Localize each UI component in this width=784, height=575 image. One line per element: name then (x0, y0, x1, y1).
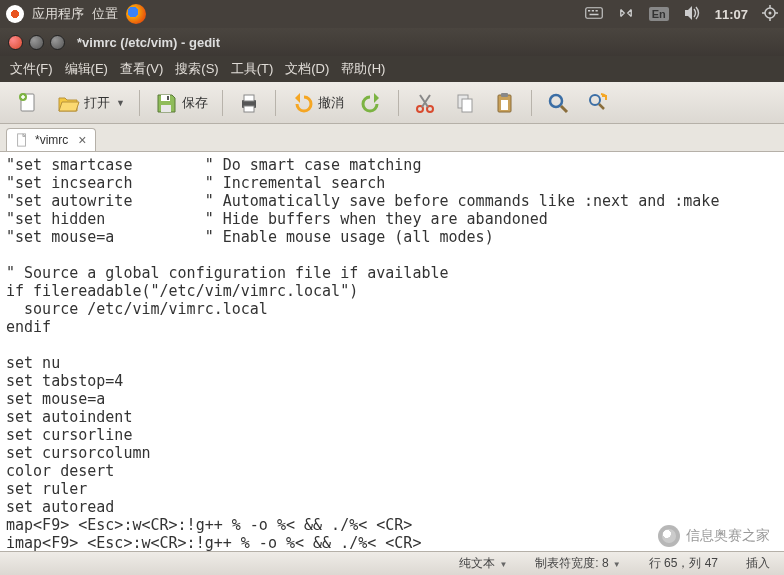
undo-button-label: 撤消 (318, 94, 344, 112)
svg-rect-25 (501, 100, 508, 110)
svg-rect-14 (161, 105, 171, 112)
firefox-icon[interactable] (126, 4, 146, 24)
status-insert-mode[interactable]: 插入 (746, 555, 770, 572)
svg-rect-0 (585, 7, 602, 18)
svg-point-6 (769, 11, 772, 14)
editor-textarea[interactable]: "set smartcase " Do smart case matching … (0, 152, 784, 552)
tab-vimrc[interactable]: *vimrc × (6, 128, 96, 151)
save-button[interactable]: 保存 (148, 88, 214, 118)
watermark-icon (658, 525, 680, 547)
window-close-button[interactable] (8, 35, 23, 50)
svg-rect-17 (244, 95, 254, 101)
window-maximize-button[interactable] (50, 35, 65, 50)
menu-documents[interactable]: 文档(D) (285, 60, 329, 78)
open-dropdown-icon[interactable]: ▼ (116, 98, 125, 108)
menu-view[interactable]: 查看(V) (120, 60, 163, 78)
watermark: 信息奥赛之家 (658, 525, 770, 547)
paste-button[interactable] (487, 88, 523, 118)
cut-button[interactable] (407, 88, 443, 118)
volume-indicator-icon[interactable] (683, 5, 701, 24)
find-replace-button[interactable] (580, 88, 616, 118)
ubuntu-logo-icon[interactable] (6, 5, 24, 23)
print-button[interactable] (231, 88, 267, 118)
watermark-text: 信息奥赛之家 (686, 527, 770, 545)
window-minimize-button[interactable] (29, 35, 44, 50)
menu-bar: 文件(F) 编辑(E) 查看(V) 搜索(S) 工具(T) 文档(D) 帮助(H… (0, 56, 784, 82)
save-button-label: 保存 (182, 94, 208, 112)
toolbar-separator (222, 90, 223, 116)
open-button-label: 打开 (84, 94, 110, 112)
input-method-badge[interactable]: En (649, 7, 669, 21)
places-menu[interactable]: 位置 (92, 5, 118, 23)
toolbar-separator (275, 90, 276, 116)
undo-button[interactable]: 撤消 (284, 88, 350, 118)
system-gear-icon[interactable] (762, 5, 778, 24)
svg-rect-22 (462, 99, 472, 112)
tab-label: *vimrc (35, 133, 68, 147)
clock[interactable]: 11:07 (715, 7, 748, 22)
status-line-col: 行 65，列 47 (649, 555, 718, 572)
svg-rect-1 (588, 10, 590, 12)
network-indicator-icon[interactable] (617, 6, 635, 23)
new-button[interactable] (10, 88, 46, 118)
window-title-text: *vimrc (/etc/vim) - gedit (77, 35, 220, 50)
redo-button[interactable] (354, 88, 390, 118)
toolbar-separator (531, 90, 532, 116)
open-button[interactable]: 打开 ▼ (50, 88, 131, 118)
svg-point-26 (550, 95, 562, 107)
toolbar-separator (139, 90, 140, 116)
document-tabs: *vimrc × (0, 124, 784, 152)
svg-rect-15 (167, 96, 169, 100)
svg-rect-4 (589, 13, 598, 15)
svg-rect-2 (591, 10, 593, 12)
svg-point-28 (590, 95, 600, 105)
svg-rect-18 (244, 106, 254, 112)
file-icon (15, 133, 29, 147)
svg-line-29 (599, 104, 604, 109)
window-titlebar: *vimrc (/etc/vim) - gedit (0, 28, 784, 56)
status-tab-width[interactable]: 制表符宽度: 8▼ (535, 555, 620, 572)
menu-tools[interactable]: 工具(T) (231, 60, 274, 78)
menu-file[interactable]: 文件(F) (10, 60, 53, 78)
svg-rect-3 (595, 10, 597, 12)
status-bar: 纯文本▼ 制表符宽度: 8▼ 行 65，列 47 插入 (0, 551, 784, 575)
desktop-top-panel: 应用程序 位置 En 11:07 (0, 0, 784, 28)
svg-line-27 (561, 106, 567, 112)
toolbar: 打开 ▼ 保存 撤消 (0, 82, 784, 124)
toolbar-separator (398, 90, 399, 116)
menu-search[interactable]: 搜索(S) (175, 60, 218, 78)
svg-rect-24 (501, 93, 508, 97)
find-button[interactable] (540, 88, 576, 118)
copy-button[interactable] (447, 88, 483, 118)
menu-help[interactable]: 帮助(H) (341, 60, 385, 78)
status-syntax-mode[interactable]: 纯文本▼ (459, 555, 507, 572)
menu-edit[interactable]: 编辑(E) (65, 60, 108, 78)
keyboard-indicator-icon[interactable] (585, 6, 603, 23)
applications-menu[interactable]: 应用程序 (32, 5, 84, 23)
tab-close-icon[interactable]: × (78, 132, 86, 148)
